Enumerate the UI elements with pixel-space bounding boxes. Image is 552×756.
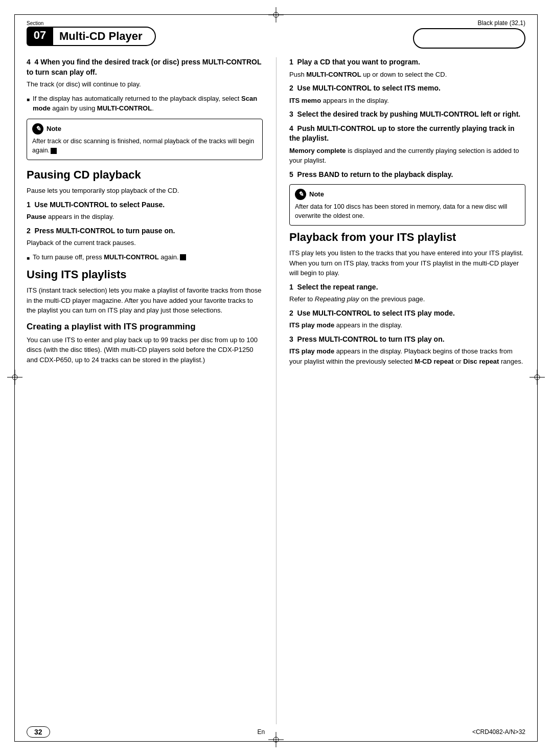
header-right-box [413, 28, 525, 49]
pause-bold: Pause [27, 213, 46, 220]
crosshair-top-icon [268, 7, 284, 24]
note-box-2: ✎ Note After data for 100 discs has been… [289, 184, 525, 226]
stop-symbol-1 [51, 148, 57, 154]
its-memo-bold: ITS memo [289, 97, 321, 104]
m-cd-repeat-bold: M-CD repeat [415, 358, 454, 365]
using-its-heading: Using ITS playlists [27, 268, 263, 281]
note1-header: ✎ Note [32, 123, 257, 135]
step4-heading-text: 4 When you find the desired track (or di… [27, 58, 261, 76]
playback-step3-body: ITS play mode appears in the display. Pl… [289, 346, 525, 366]
footer-code: <CRD4082-A/N>32 [472, 728, 525, 736]
footer: 32 En <CRD4082-A/N>32 [27, 726, 525, 738]
playback-step2-heading: 2 Use MULTI-CONTROL to select ITS play m… [289, 308, 525, 319]
pausing-heading: Pausing CD playback [27, 168, 263, 182]
its-play-mode-bold: ITS play mode [289, 321, 334, 329]
its-step5-heading: 5 Press BAND to return to the playback d… [289, 170, 525, 180]
its-step1-heading: 1 Play a CD that you want to program. [289, 57, 525, 68]
note2-icon: ✎ [295, 189, 306, 200]
note1-label: Note [47, 124, 61, 134]
pause-step2-heading: 2 Press MULTI-CONTROL to turn pause on. [27, 226, 263, 236]
note2-body: After data for 100 discs has been stored… [295, 203, 507, 220]
its-step4-body: Memory complete is displayed and the cur… [289, 146, 525, 166]
step4-bullet: ■ If the display has automatically retur… [27, 94, 263, 114]
page-num-text: 32 [34, 728, 42, 736]
step4-bullet-text: If the display has automatically returne… [33, 94, 263, 114]
pause-step1-body: Pause appears in the display. [27, 212, 263, 222]
note2-header: ✎ Note [295, 189, 520, 200]
section-number: 07 [27, 27, 53, 46]
stop-symbol-2 [180, 254, 186, 260]
playback-step3-heading: 3 Press MULTI-CONTROL to turn ITS play o… [289, 335, 525, 345]
black-plate-label: Black plate (32,1) [478, 19, 525, 27]
column-divider [276, 57, 277, 724]
memory-complete-bold: Memory complete [289, 147, 346, 154]
creating-body: You can use ITS to enter and play back u… [27, 335, 263, 365]
section-label: Section [27, 20, 43, 26]
its-play-mode-bold2: ITS play mode [289, 347, 334, 355]
multi-control-r1: MULTI-CONTROL [306, 71, 361, 78]
multi-control-bold: MULTI-CONTROL [97, 104, 152, 112]
bullet-icon: ■ [27, 96, 30, 114]
its-step4-heading: 4 Push MULTI-CONTROL up to store the cur… [289, 124, 525, 144]
playback-heading: Playback from your ITS playlist [289, 231, 525, 244]
page-number: 32 [27, 726, 50, 738]
left-column: 4 4 When you find the desired track (or … [27, 57, 271, 369]
footer-lang: En [257, 728, 265, 736]
pause-step2-bullet: ■ To turn pause off, press MULTI-CONTROL… [27, 252, 263, 262]
its-step2-heading: 2 Use MULTI-CONTROL to select ITS memo. [289, 83, 525, 94]
its-step2-body: ITS memo appears in the display. [289, 96, 525, 106]
playback-step1-heading: 1 Select the repeat range. [289, 282, 525, 293]
crosshair-right-icon [530, 370, 545, 387]
pause-bullet-text: To turn pause off, press MULTI-CONTROL a… [33, 252, 186, 262]
note-box-1: ✎ Note After track or disc scanning is f… [27, 119, 263, 161]
step4-number: 4 [27, 58, 35, 66]
step4-body1: The track (or disc) will continue to pla… [27, 79, 263, 90]
its-step1-body: Push MULTI-CONTROL up or down to select … [289, 70, 525, 80]
pause-step1-heading: 1 Use MULTI-CONTROL to select Pause. [27, 200, 263, 210]
disc-repeat-bold: Disc repeat [463, 358, 499, 365]
playback-body: ITS play lets you listen to the tracks t… [289, 248, 525, 278]
bullet-icon-2: ■ [27, 254, 30, 262]
its-step3-heading: 3 Select the desired track by pushing MU… [289, 109, 525, 120]
section-title: Multi-CD Player [53, 27, 156, 46]
repeating-play-italic: Repeating play [315, 295, 359, 303]
right-column: 1 Play a CD that you want to program. Pu… [281, 57, 525, 370]
playback-step1-body: Refer to Repeating play on the previous … [289, 294, 525, 304]
note1-body: After track or disc scanning is finished… [32, 138, 254, 154]
crosshair-left-icon [7, 370, 22, 387]
note2-label: Note [309, 189, 324, 199]
playback-step2-body: ITS play mode appears in the display. [289, 320, 525, 330]
step4-heading: 4 4 When you find the desired track (or … [27, 57, 263, 77]
creating-heading: Creating a playlist with ITS programming [27, 322, 263, 332]
pause-step2-body: Playback of the current track pauses. [27, 238, 263, 248]
multi-control-bold2: MULTI-CONTROL [104, 253, 158, 261]
pausing-body: Pause lets you temporarily stop playback… [27, 186, 263, 196]
using-its-body: ITS (instant track selection) lets you m… [27, 285, 263, 316]
note1-icon: ✎ [32, 123, 43, 135]
